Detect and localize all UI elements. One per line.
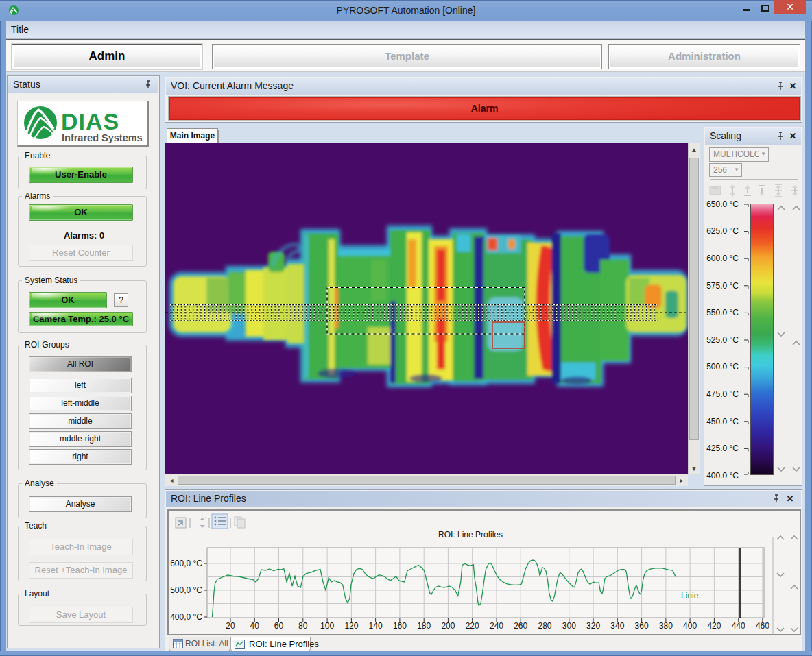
svg-text:340: 340 bbox=[610, 621, 624, 631]
svg-text:440: 440 bbox=[732, 621, 745, 631]
svg-text:600,0 °C: 600,0 °C bbox=[170, 559, 202, 568]
svg-text:ROI: Line Profiles: ROI: Line Profiles bbox=[438, 530, 503, 539]
svg-text:100: 100 bbox=[320, 621, 334, 631]
svg-text:220: 220 bbox=[466, 621, 479, 631]
svg-text:Linie: Linie bbox=[681, 591, 699, 600]
svg-text:20: 20 bbox=[226, 621, 235, 631]
svg-text:DIAS: DIAS bbox=[61, 108, 119, 134]
svg-text:400,0 °C: 400,0 °C bbox=[170, 612, 202, 622]
svg-text:420: 420 bbox=[707, 621, 721, 631]
svg-text:280: 280 bbox=[538, 621, 551, 631]
svg-text:300: 300 bbox=[562, 621, 576, 631]
svg-text:160: 160 bbox=[393, 621, 407, 631]
svg-text:120: 120 bbox=[344, 621, 358, 631]
svg-text:240: 240 bbox=[490, 621, 503, 631]
svg-text:260: 260 bbox=[514, 621, 527, 631]
svg-text:80: 80 bbox=[298, 621, 308, 631]
svg-text:180: 180 bbox=[417, 621, 431, 631]
svg-text:400: 400 bbox=[683, 621, 697, 631]
svg-text:380: 380 bbox=[659, 621, 673, 631]
svg-text:360: 360 bbox=[635, 621, 649, 631]
svg-text:Infrared Systems: Infrared Systems bbox=[62, 132, 143, 143]
svg-text:500,0 °C: 500,0 °C bbox=[170, 585, 202, 595]
svg-text:140: 140 bbox=[369, 621, 383, 631]
svg-text:60: 60 bbox=[274, 621, 284, 631]
svg-text:460: 460 bbox=[756, 621, 769, 631]
svg-text:320: 320 bbox=[586, 621, 600, 631]
svg-text:40: 40 bbox=[250, 621, 260, 631]
svg-text:200: 200 bbox=[441, 621, 455, 631]
